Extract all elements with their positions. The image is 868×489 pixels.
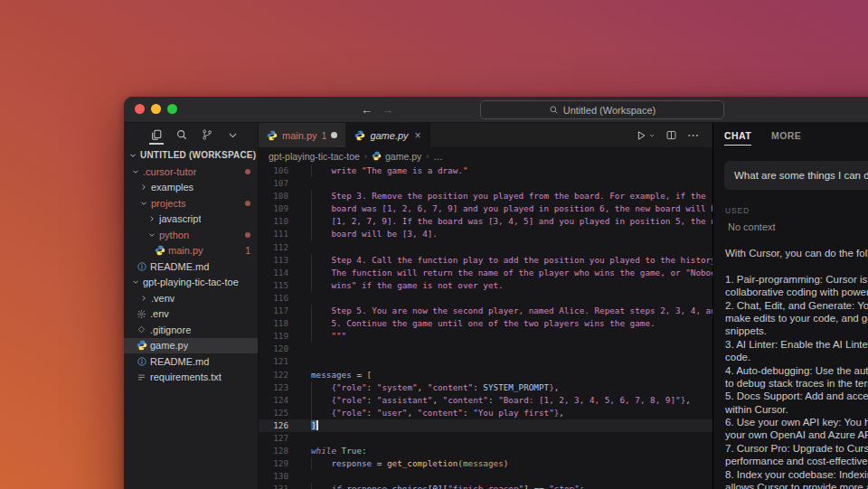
code-line-106[interactable]: 106 write "The game is a draw."	[259, 165, 712, 177]
code-line-129[interactable]: 129 response = get_completion(messages)	[259, 457, 712, 470]
user-message-card[interactable]: What are some things I can do with	[724, 161, 868, 190]
code-line-126[interactable]: 126]	[259, 419, 712, 432]
assistant-response: With Cursor, you can do the followi1. Pa…	[725, 247, 868, 489]
tree-item-.venv[interactable]: .venv	[124, 290, 258, 306]
split-editor-icon[interactable]	[665, 129, 677, 141]
code-line-119[interactable]: 119 """	[259, 330, 712, 343]
line-number: 118	[259, 317, 288, 330]
code-line-115[interactable]: 115 wins" if the game is not over yet.	[259, 279, 712, 292]
chevron-down-icon	[146, 230, 157, 240]
tree-item-readme.md[interactable]: README.md	[124, 259, 258, 275]
breadcrumb-symbol[interactable]: …	[433, 151, 443, 162]
tree-item-examples[interactable]: examples	[124, 180, 258, 196]
tree-item-python[interactable]: python	[124, 227, 258, 243]
git-modified-dot-badge	[245, 169, 250, 174]
code-line-109[interactable]: 109 board was [1, 2, 6, 7, 9] and you pl…	[259, 202, 712, 215]
assistant-response-line: 5. Docs Support: Add and access d	[725, 390, 868, 402]
minimize-button[interactable]	[151, 104, 161, 114]
text-cursor-icon	[316, 420, 318, 430]
line-number: 124	[259, 394, 288, 407]
more-views-chevron-icon[interactable]	[225, 125, 240, 145]
line-number: 115	[259, 279, 288, 292]
explorer-icon[interactable]	[149, 125, 164, 145]
tab-more[interactable]: MORE	[771, 123, 801, 148]
line-number: 122	[259, 369, 288, 381]
python-icon	[372, 151, 382, 161]
assistant-response-line: to debug stack traces in the termin	[725, 377, 868, 390]
code-line-107[interactable]: 107	[259, 177, 712, 190]
code-line-122[interactable]: 122messages = [	[259, 369, 712, 381]
breadcrumb-folder[interactable]: gpt-playing-tic-tac-toe	[269, 151, 360, 162]
tree-item-requirements.txt[interactable]: requirements.txt	[124, 370, 258, 386]
close-tab-icon[interactable]: ×	[415, 130, 421, 141]
search-panel-icon[interactable]	[175, 125, 189, 145]
code-line-130[interactable]: 130	[259, 470, 712, 483]
source-control-icon[interactable]	[200, 125, 214, 145]
code-line-114[interactable]: 114 The function will return the name of…	[259, 267, 712, 279]
close-button[interactable]	[135, 104, 145, 114]
tab-game-py[interactable]: game.py ×	[346, 123, 429, 147]
assistant-response-line: collaborative coding with powerful	[725, 286, 868, 298]
file-tree: .cursor-tutorexamplesprojectsjavascriptp…	[124, 164, 258, 489]
tree-item-main.py[interactable]: main.py1	[124, 243, 258, 259]
lines-icon	[135, 372, 148, 382]
assistant-response-line: performance and cost-effective ac	[725, 455, 868, 467]
desktop-background: { "window": { "titlebar": { "search_valu…	[0, 0, 868, 489]
navigate-back-icon[interactable]: ←	[361, 103, 373, 117]
code-line-111[interactable]: 111 board will be [3, 4].	[259, 228, 712, 240]
code-area[interactable]: 106 write "The game is a draw."107108 St…	[259, 165, 712, 489]
code-line-110[interactable]: 110 [1, 2, 7, 9]. If the board was [3, 4…	[259, 215, 712, 228]
run-dropdown-chevron-icon	[648, 132, 656, 139]
line-number: 110	[259, 215, 288, 228]
more-actions-icon[interactable]: ⋯	[687, 128, 700, 142]
assistant-response-line	[725, 259, 868, 272]
breadcrumb[interactable]: gpt-playing-tic-tac-toe › game.py › …	[259, 147, 712, 165]
assistant-response-line: snippets.	[725, 324, 868, 337]
code-line-127[interactable]: 127	[259, 432, 712, 445]
tab-main-py[interactable]: main.py 1	[259, 123, 346, 147]
tab-chat[interactable]: CHAT	[724, 123, 751, 148]
editor-tab-bar: main.py 1 game.py ×	[259, 123, 712, 147]
code-line-116[interactable]: 116	[259, 292, 712, 305]
code-line-108[interactable]: 108 Step 3. Remove the position you play…	[259, 190, 712, 202]
tree-item-javascript[interactable]: javascript	[124, 212, 258, 228]
tree-item-.env[interactable]: .env	[124, 306, 258, 323]
code-line-128[interactable]: 128while True:	[259, 445, 712, 457]
line-number: 123	[259, 381, 288, 394]
code-line-124[interactable]: 124 {"role": "assistant", "content": "Bo…	[259, 394, 712, 407]
tree-item-readme.md[interactable]: README.md	[124, 353, 258, 370]
chat-panel: CHAT MORE What are some things I can do …	[712, 123, 868, 489]
chevron-down-icon	[129, 167, 141, 176]
code-line-120[interactable]: 120	[259, 343, 712, 355]
code-line-121[interactable]: 121	[259, 355, 712, 368]
unsaved-dot-icon[interactable]	[331, 132, 337, 138]
line-number: 121	[259, 355, 288, 368]
workspace-search-box[interactable]: Untitled (Workspace)	[480, 100, 724, 119]
tree-item-.gitignore[interactable]: .gitignore	[124, 322, 258, 338]
workspace-section-header[interactable]: UNTITLED (WORKSPACE)	[124, 146, 258, 164]
assistant-response-line: 7. Cursor Pro: Upgrade to Cursor P	[725, 442, 868, 455]
navigate-forward-icon[interactable]: →	[382, 103, 393, 117]
tree-item-gpt-playing-tic-tac-toe[interactable]: gpt-playing-tic-tac-toe	[124, 275, 258, 291]
file-label: .gitignore	[150, 324, 191, 335]
code-line-123[interactable]: 123 {"role": "system", "content": SYSTEM…	[259, 381, 712, 394]
code-line-125[interactable]: 125 {"role": "user", "content": "You pla…	[259, 407, 712, 419]
tree-item-.cursor-tutor[interactable]: .cursor-tutor	[124, 164, 258, 180]
tab-problem-badge: 1	[322, 130, 327, 141]
line-number: 108	[259, 190, 288, 202]
file-label: .venv	[151, 293, 175, 304]
zoom-button[interactable]	[167, 104, 177, 114]
breadcrumb-file[interactable]: game.py	[385, 151, 421, 162]
chevron-right-icon	[146, 214, 157, 223]
code-line-131[interactable]: 131 if response.choices[0]["finish_reaso…	[259, 483, 712, 489]
run-python-file-button[interactable]	[635, 129, 656, 142]
chevron-right-icon: ›	[364, 152, 367, 161]
file-label: gpt-playing-tic-tac-toe	[143, 277, 239, 287]
code-line-118[interactable]: 118 5. Continue the game until one of th…	[259, 317, 712, 330]
file-label: examples	[151, 182, 193, 193]
tree-item-projects[interactable]: projects	[124, 195, 258, 212]
code-line-117[interactable]: 117 Step 5. You are now the second playe…	[259, 305, 712, 317]
tree-item-game.py[interactable]: game.py	[124, 338, 258, 354]
code-line-113[interactable]: 113 Step 4. Call the function play to ad…	[259, 254, 712, 267]
code-line-112[interactable]: 112	[259, 241, 712, 254]
